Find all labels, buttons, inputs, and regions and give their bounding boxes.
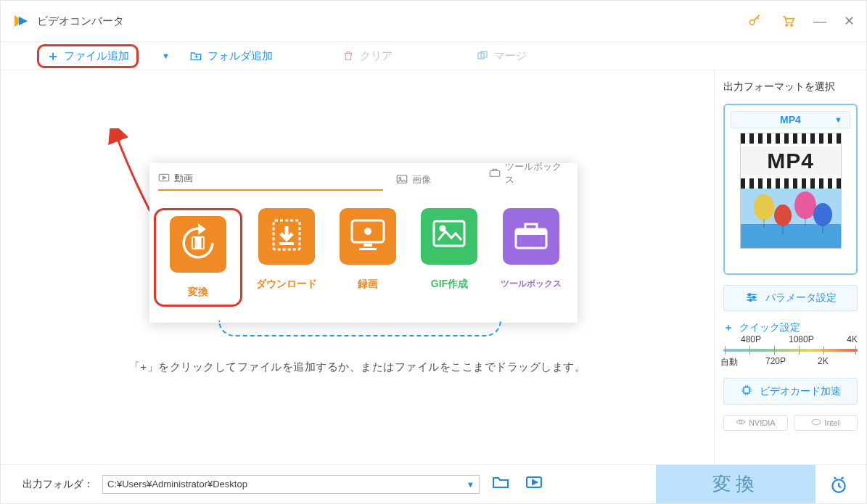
feature-record[interactable]: 録画 [330, 208, 406, 307]
feature-gif[interactable]: GIF作成 [411, 208, 487, 307]
tab-image-label: 画像 [412, 173, 431, 186]
clear-button[interactable]: クリア [342, 49, 393, 63]
tab-toolbox[interactable]: ツールボックス [489, 160, 569, 191]
format-thumbnail: MP4 [740, 133, 842, 249]
svg-rect-28 [744, 387, 749, 393]
plus-icon: ＋ [46, 49, 59, 62]
download-icon [269, 218, 304, 255]
merge-icon [477, 50, 488, 62]
svg-rect-24 [516, 229, 546, 235]
image-tab-icon [396, 174, 408, 186]
feature-download[interactable]: ダウンロード [248, 208, 324, 307]
sliders-icon [745, 292, 758, 305]
svg-rect-11 [490, 170, 499, 176]
scale-720p: 720P [765, 356, 786, 366]
quality-scale[interactable]: 480P 1080P 4K 自動 720P 2K [723, 334, 858, 368]
tab-toolbox-label: ツールボックス [505, 160, 569, 186]
video-tab-icon [158, 173, 170, 184]
convert-button[interactable]: 変換 [656, 465, 815, 503]
nvidia-eye-icon [736, 418, 746, 427]
tab-image[interactable]: 画像 [396, 173, 476, 191]
format-select[interactable]: MP4 ▼ [731, 111, 850, 128]
svg-point-3 [786, 25, 788, 27]
folder-plus-icon [190, 50, 202, 62]
svg-rect-14 [202, 238, 204, 248]
quick-plus-icon: ＋ [723, 321, 734, 334]
drop-hint-text: 「+」をクリックしてファイルを追加するか、またはファイルをここまでドラッグします… [1, 360, 714, 374]
param-button-label: パラメータ設定 [765, 292, 837, 305]
feature-convert[interactable]: 変換 [154, 208, 242, 307]
cart-icon[interactable] [780, 13, 796, 29]
scale-480p: 480P [741, 334, 761, 344]
add-file-dropdown-caret-icon[interactable]: ▼ [162, 51, 170, 60]
key-icon[interactable] [747, 13, 763, 29]
svg-point-10 [399, 177, 401, 179]
output-path-select[interactable]: C:¥Users¥Administrator¥Desktop ▼ [102, 475, 480, 494]
tab-video[interactable]: 動画 [158, 172, 383, 191]
svg-point-30 [813, 420, 821, 425]
scale-auto: 自動 [720, 356, 738, 368]
svg-point-18 [364, 228, 371, 235]
close-button[interactable]: ✕ [844, 13, 855, 29]
add-file-label: ファイル追加 [64, 49, 129, 63]
output-format-title: 出力フォーマットを選択 [723, 80, 858, 94]
output-folder-label: 出力フォルダ： [22, 478, 94, 491]
format-card: MP4 ▼ MP4 [723, 104, 858, 275]
feature-panel: 動画 画像 ツールボックス [149, 163, 578, 323]
parameter-settings-button[interactable]: パラメータ設定 [723, 285, 858, 311]
format-thumb-label: MP4 [741, 146, 841, 175]
feature-toolbox-label: ツールボックス [501, 278, 562, 290]
svg-point-25 [748, 293, 750, 295]
svg-point-27 [749, 299, 752, 301]
record-icon [349, 218, 387, 255]
dashed-connector [218, 321, 501, 336]
video-folder-button[interactable] [522, 475, 546, 493]
convert-button-label: 変換 [712, 471, 759, 497]
minimize-button[interactable]: — [813, 14, 826, 29]
svg-point-29 [739, 421, 742, 424]
gpu-nvidia-chip: NVIDIA [723, 415, 788, 431]
toolbox-icon [513, 219, 549, 254]
toolbox-tab-icon [489, 168, 501, 180]
output-path-value: C:¥Users¥Administrator¥Desktop [107, 479, 247, 489]
convert-icon [178, 223, 218, 265]
svg-marker-32 [533, 480, 537, 484]
merge-label: マージ [494, 49, 527, 63]
open-folder-button[interactable] [488, 475, 513, 493]
svg-rect-16 [279, 242, 294, 245]
path-caret-icon: ▼ [467, 480, 474, 489]
feature-toolbox[interactable]: ツールボックス [493, 208, 569, 307]
gif-icon [431, 218, 467, 255]
feature-download-label: ダウンロード [256, 278, 317, 291]
gpu-accel-button[interactable]: ビデオカード加速 [723, 378, 858, 405]
scale-4k: 4K [847, 334, 858, 344]
format-selected-label: MP4 [780, 114, 801, 125]
svg-marker-1 [19, 17, 28, 25]
svg-rect-13 [193, 238, 195, 248]
merge-button[interactable]: マージ [477, 49, 527, 63]
feature-convert-label: 変換 [188, 286, 208, 299]
gpu-button-label: ビデオカード加速 [760, 385, 841, 398]
svg-rect-19 [363, 244, 372, 247]
feature-gif-label: GIF作成 [431, 278, 468, 291]
app-logo-icon [12, 12, 30, 30]
quick-settings-title: ＋ クイック設定 [723, 321, 858, 334]
add-folder-button[interactable]: フォルダ追加 [190, 49, 273, 63]
trash-icon [342, 50, 354, 62]
app-title: ビデオコンバータ [37, 15, 124, 28]
svg-point-4 [791, 25, 793, 27]
chip-icon [741, 384, 752, 398]
gpu-intel-chip: Intel [794, 415, 858, 431]
tab-video-label: 動画 [174, 172, 193, 185]
intel-logo-icon [811, 418, 821, 427]
svg-point-26 [752, 296, 755, 298]
clear-label: クリア [360, 49, 393, 63]
svg-rect-20 [359, 248, 377, 250]
schedule-button[interactable] [824, 465, 853, 503]
scale-2k: 2K [818, 356, 829, 366]
add-file-button[interactable]: ＋ ファイル追加 [37, 44, 139, 68]
add-folder-label: フォルダ追加 [207, 49, 273, 63]
svg-point-2 [749, 20, 755, 25]
format-caret-icon: ▼ [834, 115, 842, 124]
svg-rect-21 [434, 221, 464, 246]
